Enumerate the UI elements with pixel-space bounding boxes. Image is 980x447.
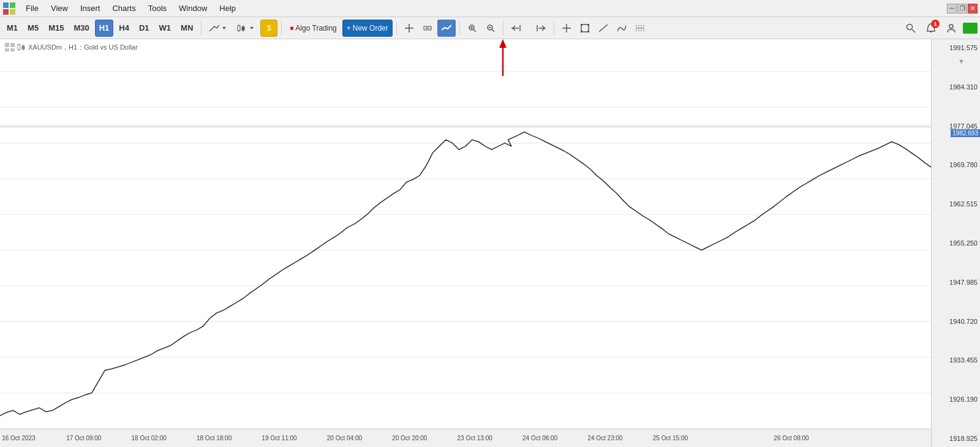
menu-help[interactable]: Help: [213, 2, 242, 14]
price-line-1984: [0, 125, 931, 126]
svg-rect-44: [5, 43, 9, 47]
chart-type-line-btn[interactable]: [205, 20, 232, 37]
curve-tool-btn[interactable]: [613, 20, 630, 37]
svg-line-19: [473, 29, 476, 32]
zoom-out-btn[interactable]: [482, 20, 499, 37]
svg-rect-33: [587, 24, 589, 26]
time-label-11: 26 Oct 08:00: [774, 435, 809, 441]
price-label-10: 1918.925: [934, 435, 978, 442]
notification-count: 1: [931, 20, 940, 28]
menu-bar: File View Insert Charts Tools Window Hel…: [0, 0, 980, 17]
algo-trading-label: Algo Trading: [295, 24, 336, 32]
menu-file[interactable]: File: [20, 2, 45, 14]
crosshair-btn[interactable]: [401, 20, 418, 37]
scroll-right-btn[interactable]: [529, 20, 550, 37]
one-click-trading-btn[interactable]: [419, 20, 436, 37]
chart-description-label: Gold vs US Dollar: [84, 43, 137, 51]
price-label-8: 1933.455: [934, 356, 978, 364]
timeframe-d1[interactable]: D1: [135, 20, 154, 37]
timeframe-h4[interactable]: H4: [115, 20, 134, 37]
price-label-7: 1940.720: [934, 318, 978, 325]
time-label-4: 19 Oct 11:00: [262, 435, 296, 441]
notification-badge[interactable]: 1: [922, 20, 940, 37]
restore-button[interactable]: ❐: [957, 4, 967, 13]
connection-status: [963, 23, 978, 34]
chart-type-candle-btn[interactable]: [233, 20, 259, 37]
menu-window[interactable]: Window: [173, 2, 213, 14]
price-label-3: 1969.780: [934, 161, 978, 168]
separator-2: [281, 21, 282, 36]
menu-charts[interactable]: Charts: [106, 2, 141, 14]
line-tool-btn[interactable]: [595, 20, 612, 37]
svg-rect-3: [10, 9, 15, 15]
scroll-left-btn[interactable]: [507, 20, 528, 37]
new-order-button[interactable]: + New Order: [342, 20, 393, 37]
highlight-btn[interactable]: [437, 20, 456, 37]
svg-marker-55: [499, 39, 507, 48]
red-arrow-indicator: [497, 39, 509, 76]
timeframe-h1[interactable]: H1: [95, 20, 114, 37]
algo-trading-button[interactable]: ■ Algo Trading: [285, 20, 341, 37]
minimize-button[interactable]: ─: [947, 4, 957, 13]
indicator-tool-btn[interactable]: [631, 20, 649, 37]
svg-rect-2: [3, 9, 9, 15]
svg-rect-47: [10, 48, 15, 51]
chart-canvas[interactable]: [0, 39, 931, 429]
price-label-4: 1962.515: [934, 200, 978, 208]
svg-rect-32: [581, 24, 582, 26]
curve-tool-icon: [617, 24, 626, 32]
separator-4: [459, 21, 460, 36]
search-icon: [906, 23, 916, 33]
svg-rect-0: [3, 2, 9, 8]
line-chart-icon: [209, 24, 219, 32]
separator-5: [503, 21, 503, 36]
svg-rect-5: [238, 26, 240, 31]
time-label-2: 18 Oct 02:00: [132, 435, 167, 441]
svg-rect-8: [242, 27, 244, 30]
algo-stop-icon: ■: [290, 24, 293, 31]
time-label-5: 20 Oct 04:00: [327, 435, 362, 441]
search-btn[interactable]: [902, 20, 920, 37]
rectangle-icon: [581, 24, 589, 32]
timeframe-m1[interactable]: M1: [2, 20, 22, 37]
zoom-in-btn[interactable]: [464, 20, 481, 37]
app-logo: [2, 2, 16, 15]
chart-timeframe-label: H1: [69, 43, 77, 51]
close-button[interactable]: ✕: [968, 4, 978, 13]
account-status-btn[interactable]: [942, 20, 960, 37]
crosshair-tool-btn[interactable]: [558, 20, 575, 37]
plus-cursor-icon: [562, 24, 571, 32]
timeframe-m5[interactable]: M5: [23, 20, 43, 37]
svg-point-40: [907, 24, 913, 29]
time-label-7: 23 Oct 13:00: [458, 435, 492, 441]
separator-6: [554, 21, 554, 36]
menu-tools[interactable]: Tools: [142, 2, 173, 14]
red-arrow-svg: [497, 39, 509, 76]
rectangle-tool-btn[interactable]: [576, 20, 594, 37]
timeframe-m30[interactable]: M30: [69, 20, 93, 37]
new-order-label: New Order: [353, 24, 388, 32]
account-button[interactable]: $: [260, 20, 277, 37]
time-label-1: 17 Oct 09:00: [66, 435, 101, 441]
price-label-6: 1947.985: [934, 279, 978, 286]
candle-info-icon: [17, 43, 26, 51]
chart-info: XAUUSDm, H1: Gold vs US Dollar: [5, 43, 138, 51]
menu-insert[interactable]: Insert: [74, 2, 107, 14]
price-axis: 1991.575 1984.310 1977.045 1969.780 1962…: [931, 39, 980, 447]
separator-3: [396, 21, 397, 36]
timeframe-mn[interactable]: MN: [176, 20, 197, 37]
zoom-in-icon: [468, 24, 477, 32]
price-label-0: 1991.575: [934, 44, 978, 51]
time-label-0: 16 Oct 2023: [2, 435, 35, 441]
svg-rect-46: [5, 48, 9, 51]
candle-chart-icon: [237, 24, 247, 32]
chart-area[interactable]: XAUUSDm, H1: Gold vs US Dollar: [0, 39, 931, 447]
timeframe-m15[interactable]: M15: [44, 20, 68, 37]
separator-1: [201, 21, 202, 36]
svg-rect-1: [10, 2, 15, 8]
timeframe-w1[interactable]: W1: [155, 20, 176, 37]
svg-line-41: [912, 29, 915, 32]
svg-rect-35: [587, 31, 589, 32]
menu-view[interactable]: View: [45, 2, 74, 14]
svg-point-43: [949, 24, 953, 28]
